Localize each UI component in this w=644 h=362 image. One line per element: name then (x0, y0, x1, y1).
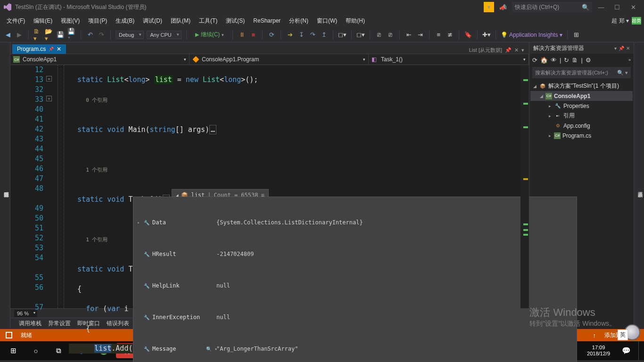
editor-scroll-map[interactable] (520, 65, 529, 308)
preview-tab-label[interactable]: List [从元数据] (469, 47, 502, 54)
home-scope-icon[interactable]: 🏠 (540, 57, 548, 64)
save-all-icon[interactable]: 💾⁺ (67, 31, 76, 39)
start-button[interactable]: ⊞ (3, 343, 24, 358)
minimize-button[interactable]: — (594, 2, 608, 12)
home-icon[interactable]: ⟳ (532, 57, 537, 64)
taskview-icon[interactable]: ⧉ (48, 343, 69, 358)
menu-view[interactable]: 视图(V) (57, 15, 83, 27)
tab-menu-icon[interactable]: ▾ (521, 47, 524, 53)
pin-icon[interactable]: 📌 (49, 47, 54, 51)
search-icon: 🔍 ▾ (617, 70, 628, 76)
search-icon: 🔍 (582, 4, 589, 11)
maximize-button[interactable]: ☐ (610, 2, 624, 12)
document-tab[interactable]: Program.cs 📌 ✕ (12, 44, 66, 54)
step-out-icon[interactable]: ↥ (320, 31, 328, 39)
step-over-icon[interactable]: ↷ (308, 31, 317, 39)
menubar: 文件(F) 编辑(E) 视图(V) 项目(P) 生成(B) 调试(D) 团队(M… (0, 14, 644, 27)
code-editor[interactable]: 12 13+ 32 33+ 40 41 42 43 44 45 46 47 48… (10, 65, 529, 308)
nav-member-select[interactable]: ◧Task_1()▾ (369, 54, 529, 65)
sln-search-input[interactable]: 搜索解决方案资源管理器(Ctrl+;)🔍 ▾ (532, 67, 631, 78)
user-label[interactable]: 超 郑 ▾ (611, 17, 629, 25)
feedback-icon[interactable]: 📣 (496, 2, 510, 12)
collapse-icon[interactable]: 👁 (551, 57, 557, 64)
platform-select[interactable]: Any CPU (147, 31, 181, 39)
windows-activation-watermark: 激活 Windows 转到"设置"以激活 Windows。 (529, 305, 616, 328)
tab-label: Program.cs (17, 46, 46, 52)
config-select[interactable]: Debug (116, 31, 144, 39)
sync-icon[interactable]: ↻ (564, 57, 569, 64)
new-project-icon[interactable]: 🗎▾ (33, 31, 42, 39)
tab-close-icon[interactable]: ✕ (57, 46, 61, 52)
status-animation-icon (6, 332, 12, 338)
undo-icon[interactable]: ↶ (86, 31, 94, 39)
menu-resharper[interactable]: ReSharper (249, 16, 284, 26)
redo-icon[interactable]: ↷ (97, 31, 106, 39)
next-statement-icon[interactable]: ➔ (286, 31, 294, 39)
server-explorer-strip[interactable]: 服务器资源管理器 (0, 42, 10, 329)
ime-badge[interactable]: 英 (618, 329, 628, 340)
indent-less-icon[interactable]: ⇤ (405, 31, 413, 39)
nav-fwd-icon[interactable]: ▶ (15, 31, 24, 39)
close-button[interactable]: ✕ (626, 2, 640, 12)
solution-explorer-title: 解决方案资源管理器 ▾📌✕ (529, 42, 634, 54)
menu-tools[interactable]: 工具(T) (195, 15, 221, 27)
taskbar-clock[interactable]: 17:092018/12/9 (583, 345, 614, 357)
restart-icon[interactable]: ⟳ (267, 31, 276, 39)
bookmark-icon[interactable]: 🔖 (464, 31, 472, 39)
properties-icon[interactable]: ⚙ (586, 57, 591, 64)
zoom-select[interactable]: 96 % (14, 310, 37, 317)
exception-datatip[interactable]: ▸🔧Data{System.Collections.ListDictionary… (133, 197, 577, 362)
line-number-gutter: 12 13+ 32 33+ 40 41 42 43 44 45 46 47 48… (10, 65, 58, 308)
nav-class-select[interactable]: 🔶ConsoleApp1.Program▾ (190, 54, 369, 65)
diagnostics-strip[interactable]: 诊断工具 (634, 42, 644, 329)
menu-help[interactable]: 帮助(H) (342, 15, 369, 27)
tab-callstack[interactable]: 调用堆栈 (19, 320, 41, 328)
status-ready: 就绪 (21, 331, 32, 339)
panel-pin-icon[interactable]: 📌 (619, 46, 624, 51)
thread-select[interactable]: ◻▾ (356, 31, 365, 39)
menu-build[interactable]: 生成(B) (112, 15, 138, 27)
extensions-icon[interactable]: ⊞ (572, 31, 581, 39)
notifications-icon[interactable]: 💬 (616, 343, 636, 358)
menu-team[interactable]: 团队(M) (167, 15, 194, 27)
toolbar: ◀ ▶ 🗎▾ 📂▾ 💾 💾⁺ ↶ ↷ Debug Any CPU ▶继续(C)▾… (0, 27, 644, 42)
continue-button[interactable]: ▶继续(C)▾ (191, 30, 228, 40)
menu-file[interactable]: 文件(F) (3, 15, 29, 27)
step-into-icon[interactable]: ↧ (297, 31, 305, 39)
preview-pin-icon[interactable]: 📌 (505, 47, 512, 53)
add-item-icon[interactable]: ✚▾ (482, 31, 491, 39)
panel-menu-icon[interactable]: ▾ (614, 46, 617, 51)
menu-edit[interactable]: 编辑(E) (30, 15, 56, 27)
menu-project[interactable]: 项目(P) (84, 15, 111, 27)
publish-icon[interactable]: ↑ (593, 332, 596, 339)
show-all-icon[interactable]: 🗎 (572, 57, 578, 64)
sln-toolbar: ⟳ 🏠 👁 | ↻ 🗎 | ⚙ » (529, 54, 634, 66)
stop-icon[interactable]: ■ (249, 31, 257, 39)
nav-project-select[interactable]: C#ConsoleApp1▾ (10, 54, 190, 65)
preview-close-icon[interactable]: ✕ (514, 47, 519, 53)
user-badge[interactable]: 超类 (632, 17, 641, 25)
save-icon[interactable]: 💾 (56, 31, 65, 39)
indent-more-icon[interactable]: ⇥ (416, 31, 424, 39)
uncomment-icon[interactable]: ≢ (446, 31, 454, 39)
menu-debug[interactable]: 调试(D) (139, 15, 166, 27)
code-content[interactable]: static List<long> list = new List<long>(… (64, 65, 520, 308)
stack-frame2[interactable]: ⎚ (386, 31, 395, 39)
menu-test[interactable]: 测试(S) (222, 15, 248, 27)
app-insights[interactable]: 💡 Application Insights ▾ (501, 32, 562, 38)
nav-back-icon[interactable]: ◀ (4, 31, 12, 39)
comment-icon[interactable]: ≡ (434, 31, 443, 39)
cortana-icon[interactable]: ○ (25, 343, 46, 358)
menu-analyze[interactable]: 分析(N) (285, 15, 312, 27)
show-desktop[interactable] (638, 341, 641, 360)
stack-frame[interactable]: ⎚ (375, 31, 383, 39)
quicklaunch-input[interactable]: 快速启动 (Ctrl+Q)🔍 (512, 2, 592, 12)
open-icon[interactable]: 📂▾ (45, 31, 53, 39)
panel-close-icon[interactable]: ✕ (626, 46, 630, 51)
window-title: TestSln (正在调试) - Microsoft Visual Studio… (15, 3, 147, 11)
menu-window[interactable]: 窗口(W) (313, 15, 341, 27)
break-all-icon[interactable]: ⏸ (238, 31, 246, 39)
tab-exception[interactable]: 异常设置 (48, 320, 71, 328)
process-select[interactable]: ◻▾ (338, 31, 347, 39)
notification-flag-icon[interactable]: ▾ (484, 2, 494, 12)
